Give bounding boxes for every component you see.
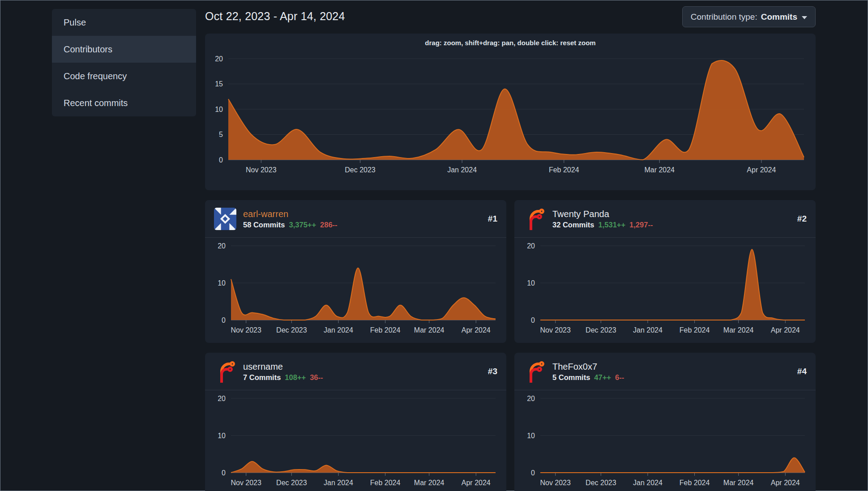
contributor-name[interactable]: TheFox0x7 xyxy=(552,361,624,372)
contributor-card-header: Twenty Panda 32 Commits 1,531++ 1,297-- … xyxy=(514,200,816,238)
contributor-name[interactable]: earl-warren xyxy=(243,209,338,220)
area-chart-svg: 05101520Nov 2023Dec 2023Jan 2024Feb 2024… xyxy=(205,49,816,183)
svg-text:Nov 2023: Nov 2023 xyxy=(540,326,571,334)
contributor-rank: #4 xyxy=(797,367,807,376)
contribution-type-dropdown[interactable]: Contribution type: Commits xyxy=(682,6,816,27)
contributor-stats: 32 Commits 1,531++ 1,297-- xyxy=(552,221,653,229)
deletions-count: 286-- xyxy=(320,221,338,229)
contributor-avatar[interactable] xyxy=(214,208,236,230)
svg-text:Apr 2024: Apr 2024 xyxy=(462,326,491,334)
contributor-card-header: TheFox0x7 5 Commits 47++ 6-- #4 xyxy=(514,353,816,390)
deletions-count: 6-- xyxy=(615,373,624,382)
additions-count: 1,531++ xyxy=(599,221,626,229)
contributor-stats: 7 Commits 108++ 36-- xyxy=(243,373,323,382)
svg-text:Nov 2023: Nov 2023 xyxy=(231,479,261,487)
svg-text:Dec 2023: Dec 2023 xyxy=(276,326,307,334)
contributors-page: Oct 22, 2023 - Apr 14, 2024 Contribution… xyxy=(205,0,816,491)
svg-text:0: 0 xyxy=(219,156,223,164)
svg-text:Jan 2024: Jan 2024 xyxy=(324,479,353,487)
deletions-count: 1,297-- xyxy=(629,221,653,229)
svg-text:Apr 2024: Apr 2024 xyxy=(771,326,800,334)
contributor-stats: 5 Commits 47++ 6-- xyxy=(552,373,624,382)
contributor-chart[interactable]: 01020Nov 2023Dec 2023Jan 2024Feb 2024Mar… xyxy=(514,238,816,341)
svg-text:Feb 2024: Feb 2024 xyxy=(680,479,710,487)
svg-text:Dec 2023: Dec 2023 xyxy=(345,166,376,174)
overall-activity-chart[interactable]: 05101520Nov 2023Dec 2023Jan 2024Feb 2024… xyxy=(205,49,816,183)
contributor-card: earl-warren 58 Commits 3,375++ 286-- #1 … xyxy=(205,200,506,343)
svg-text:10: 10 xyxy=(218,279,226,287)
area-chart-svg: 01020Nov 2023Dec 2023Jan 2024Feb 2024Mar… xyxy=(205,390,506,491)
contributor-card-header: username 7 Commits 108++ 36-- #3 xyxy=(205,353,506,390)
svg-text:0: 0 xyxy=(531,469,535,477)
additions-count: 3,375++ xyxy=(289,221,316,229)
contributor-stats: 58 Commits 3,375++ 286-- xyxy=(243,221,338,229)
svg-text:Mar 2024: Mar 2024 xyxy=(414,479,445,487)
svg-text:10: 10 xyxy=(527,432,535,440)
contributor-card: username 7 Commits 108++ 36-- #3 01020No… xyxy=(205,353,506,491)
contributor-cards: earl-warren 58 Commits 3,375++ 286-- #1 … xyxy=(205,200,816,491)
svg-text:10: 10 xyxy=(527,279,535,287)
svg-text:15: 15 xyxy=(215,80,223,88)
contributor-chart[interactable]: 01020Nov 2023Dec 2023Jan 2024Feb 2024Mar… xyxy=(205,238,506,341)
overall-activity-panel: drag: zoom, shift+drag: pan, double clic… xyxy=(205,34,816,190)
svg-text:Mar 2024: Mar 2024 xyxy=(723,326,754,334)
chevron-down-icon xyxy=(802,16,807,19)
svg-text:10: 10 xyxy=(218,432,226,440)
commit-count: 58 Commits xyxy=(243,221,285,229)
svg-text:5: 5 xyxy=(219,131,223,138)
svg-text:20: 20 xyxy=(215,55,223,63)
svg-text:Feb 2024: Feb 2024 xyxy=(370,479,401,487)
svg-text:Feb 2024: Feb 2024 xyxy=(680,326,710,334)
svg-text:Mar 2024: Mar 2024 xyxy=(644,166,675,174)
contributor-rank: #3 xyxy=(488,367,497,376)
contributor-chart[interactable]: 01020Nov 2023Dec 2023Jan 2024Feb 2024Mar… xyxy=(514,390,816,491)
sidebar-item-contributors[interactable]: Contributors xyxy=(52,36,196,63)
svg-text:Jan 2024: Jan 2024 xyxy=(633,326,663,334)
svg-text:Apr 2024: Apr 2024 xyxy=(462,479,491,487)
svg-text:20: 20 xyxy=(527,242,535,250)
svg-text:Apr 2024: Apr 2024 xyxy=(747,166,776,174)
svg-text:0: 0 xyxy=(222,316,226,324)
contributor-rank: #2 xyxy=(797,214,807,224)
date-range-title: Oct 22, 2023 - Apr 14, 2024 xyxy=(205,10,345,23)
forgejo-logo-icon xyxy=(523,208,546,230)
deletions-count: 36-- xyxy=(310,373,323,382)
contributor-avatar[interactable] xyxy=(523,360,546,383)
svg-text:Nov 2023: Nov 2023 xyxy=(540,479,571,487)
sidebar-item-pulse[interactable]: Pulse xyxy=(52,9,196,36)
commit-count: 5 Commits xyxy=(552,373,590,382)
contributor-avatar[interactable] xyxy=(523,208,546,230)
svg-text:0: 0 xyxy=(531,316,535,324)
svg-text:Feb 2024: Feb 2024 xyxy=(370,326,401,334)
svg-text:Dec 2023: Dec 2023 xyxy=(276,479,307,487)
contributor-card: TheFox0x7 5 Commits 47++ 6-- #4 01020Nov… xyxy=(514,353,816,491)
identicon-avatar xyxy=(214,208,236,230)
svg-text:Jan 2024: Jan 2024 xyxy=(324,326,353,334)
sidebar-item-recent-commits[interactable]: Recent commits xyxy=(52,90,196,116)
zoom-hint: drag: zoom, shift+drag: pan, double clic… xyxy=(205,39,816,49)
svg-text:Jan 2024: Jan 2024 xyxy=(633,479,663,487)
svg-text:Apr 2024: Apr 2024 xyxy=(771,479,800,487)
contributor-chart[interactable]: 01020Nov 2023Dec 2023Jan 2024Feb 2024Mar… xyxy=(205,390,506,491)
contribution-type-label: Contribution type: xyxy=(691,12,757,22)
contributor-name[interactable]: username xyxy=(243,361,323,372)
svg-text:Feb 2024: Feb 2024 xyxy=(549,166,579,174)
svg-text:Dec 2023: Dec 2023 xyxy=(586,326,616,334)
activity-sidebar: Pulse Contributors Code frequency Recent… xyxy=(52,9,196,116)
contributor-name[interactable]: Twenty Panda xyxy=(552,209,653,220)
area-chart-svg: 01020Nov 2023Dec 2023Jan 2024Feb 2024Mar… xyxy=(205,238,506,341)
contributor-avatar[interactable] xyxy=(214,360,236,383)
svg-text:Jan 2024: Jan 2024 xyxy=(447,166,477,174)
forgejo-logo-icon xyxy=(214,360,236,383)
svg-text:Dec 2023: Dec 2023 xyxy=(586,479,616,487)
svg-text:Nov 2023: Nov 2023 xyxy=(231,326,261,334)
svg-text:10: 10 xyxy=(215,106,223,113)
svg-text:Mar 2024: Mar 2024 xyxy=(723,479,754,487)
svg-text:0: 0 xyxy=(222,469,226,477)
sidebar-item-code-frequency[interactable]: Code frequency xyxy=(52,63,196,90)
svg-text:20: 20 xyxy=(218,395,226,402)
svg-text:20: 20 xyxy=(527,395,535,402)
svg-text:Mar 2024: Mar 2024 xyxy=(414,326,445,334)
commit-count: 32 Commits xyxy=(552,221,594,229)
contributor-card: Twenty Panda 32 Commits 1,531++ 1,297-- … xyxy=(514,200,816,343)
